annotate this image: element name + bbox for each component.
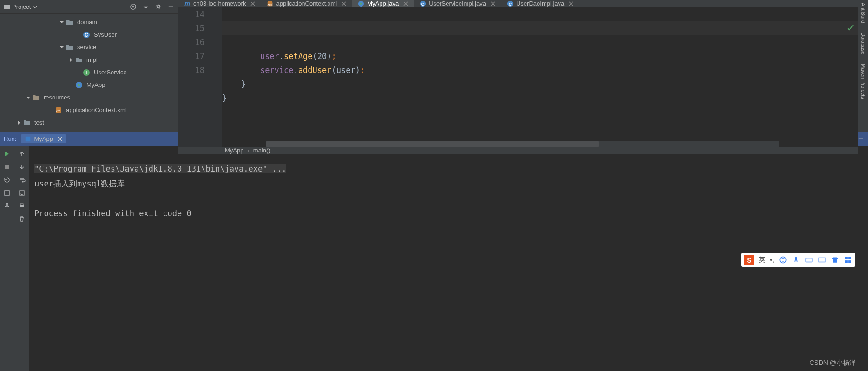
svg-point-28 [780, 257, 786, 263]
run-tab-label: MyApp [34, 135, 53, 142]
svg-rect-31 [795, 257, 797, 261]
rerun-button[interactable] [1, 148, 13, 159]
tab-label: ch03-ioc-homework [193, 0, 246, 7]
svg-text:C: C [509, 1, 512, 6]
trash-button[interactable] [16, 213, 27, 225]
xml-icon: xml [267, 0, 273, 7]
rail-item-maven-projects[interactable]: Maven Projects [861, 64, 866, 99]
code-line: } [222, 91, 858, 105]
maven-icon: m [184, 0, 191, 7]
folder-icon [66, 19, 73, 26]
project-dropdown[interactable]: Project [4, 3, 37, 10]
close-icon[interactable] [569, 1, 573, 6]
rail-item-database[interactable]: Database [861, 33, 866, 54]
code-line: } [222, 77, 858, 91]
horizontal-scrollbar[interactable] [266, 141, 779, 147]
current-line-highlight [222, 21, 858, 35]
skin-icon[interactable] [831, 256, 839, 264]
run-label: Run: [4, 135, 16, 142]
svg-rect-20 [26, 136, 31, 141]
pin-button[interactable] [1, 200, 13, 212]
wrap-button[interactable] [16, 174, 27, 186]
run-toolbar-left [0, 146, 14, 371]
close-icon[interactable] [403, 1, 408, 6]
tree-item[interactable]: domain [0, 16, 178, 28]
editor-tab[interactable]: CUserDaoImpl.java [501, 0, 579, 7]
collapse-icon[interactable] [142, 3, 149, 10]
line-gutter: 1415161718 [178, 7, 215, 147]
svg-rect-36 [845, 260, 848, 263]
restart-button[interactable] [1, 174, 13, 186]
svg-rect-35 [848, 257, 851, 259]
editor-tab[interactable]: mch03-ioc-homework [178, 0, 261, 7]
fold-bar[interactable] [215, 7, 222, 147]
svg-rect-23 [5, 165, 9, 169]
console-line: user插入到mysql数据库 [34, 179, 125, 188]
minimize-icon[interactable] [167, 3, 174, 10]
editor-body[interactable]: 1415161718 user.setAge(20); service.addU… [178, 7, 858, 147]
tree-item[interactable]: resources [0, 91, 178, 104]
tree-item[interactable]: CSysUser [0, 28, 178, 41]
class-c-icon: C [420, 0, 426, 7]
editor-tab[interactable]: CUserServiceImpl.java [414, 0, 501, 7]
ime-punct[interactable]: •, [770, 256, 774, 264]
tab-label: applicationContext.xml [276, 0, 337, 7]
keyboard-icon[interactable] [805, 256, 813, 264]
code-line: service.addUser(user); [222, 63, 858, 77]
editor-tab[interactable]: xmlapplicationContext.xml [261, 0, 352, 7]
input-icon[interactable] [818, 256, 826, 264]
gear-icon[interactable] [155, 3, 162, 10]
tree-item[interactable]: impl [0, 53, 178, 66]
down-button[interactable] [16, 161, 27, 172]
folder-icon [23, 119, 31, 126]
line-number: 17 [178, 49, 204, 63]
tab-label: MyApp.java [367, 0, 399, 7]
class-main-icon [358, 0, 364, 7]
svg-text:m: m [184, 0, 190, 7]
check-icon [847, 24, 854, 32]
close-icon[interactable] [58, 137, 62, 141]
tree-item[interactable]: IUserService [0, 66, 178, 79]
interface-icon: I [83, 69, 90, 76]
tree-item[interactable]: test [0, 116, 178, 129]
class-c-icon: C [507, 0, 513, 7]
ime-toolbar[interactable]: S 英 •, [741, 253, 855, 267]
grid-icon[interactable] [844, 256, 852, 264]
svg-rect-26 [20, 205, 24, 207]
rail-label: Ant Build [861, 3, 866, 23]
tree-item-label: resources [44, 94, 70, 101]
close-icon[interactable] [250, 1, 255, 6]
code-area[interactable]: user.setAge(20); service.addUser(user); … [222, 7, 858, 147]
scroll-button[interactable] [16, 187, 27, 199]
tree-item[interactable]: MyApp [0, 79, 178, 91]
close-icon[interactable] [342, 1, 346, 6]
emoji-icon[interactable] [779, 256, 787, 264]
exit-button[interactable] [1, 187, 13, 199]
line-number: 16 [178, 35, 204, 49]
print-button[interactable] [16, 200, 27, 212]
editor-tab[interactable]: MyApp.java [352, 0, 414, 7]
line-number: 14 [178, 7, 204, 21]
up-button[interactable] [16, 148, 27, 159]
close-icon[interactable] [491, 1, 495, 6]
project-tree[interactable]: domainCSysUserserviceimplIUserServiceMyA… [0, 14, 178, 132]
minimize-icon[interactable] [857, 135, 864, 142]
tree-item[interactable]: service [0, 41, 178, 53]
stop-button[interactable] [1, 161, 13, 172]
app-icon [25, 136, 31, 142]
mic-icon[interactable] [792, 256, 800, 264]
editor-tabs: mch03-ioc-homeworkxmlapplicationContext.… [178, 0, 858, 7]
ime-lang[interactable]: 英 [759, 256, 765, 264]
rail-item-ant-build[interactable]: Ant Build [861, 3, 866, 23]
run-tab[interactable]: MyApp [21, 134, 66, 143]
svg-text:xml: xml [268, 2, 273, 6]
sogou-logo-icon[interactable]: S [744, 255, 754, 265]
svg-point-3 [157, 6, 160, 8]
svg-rect-34 [845, 257, 848, 259]
project-panel: Project domainCSysUserserviceimplIUserSe… [0, 0, 178, 132]
console-line: Process finished with exit code 0 [34, 209, 191, 218]
run-panel: Run: MyApp "C:\Program Files\Java\jdk1 [0, 132, 868, 371]
target-icon[interactable] [130, 3, 137, 10]
run-toolbar-mid [14, 146, 29, 371]
tree-item[interactable]: xmlapplicationContext.xml [0, 104, 178, 116]
